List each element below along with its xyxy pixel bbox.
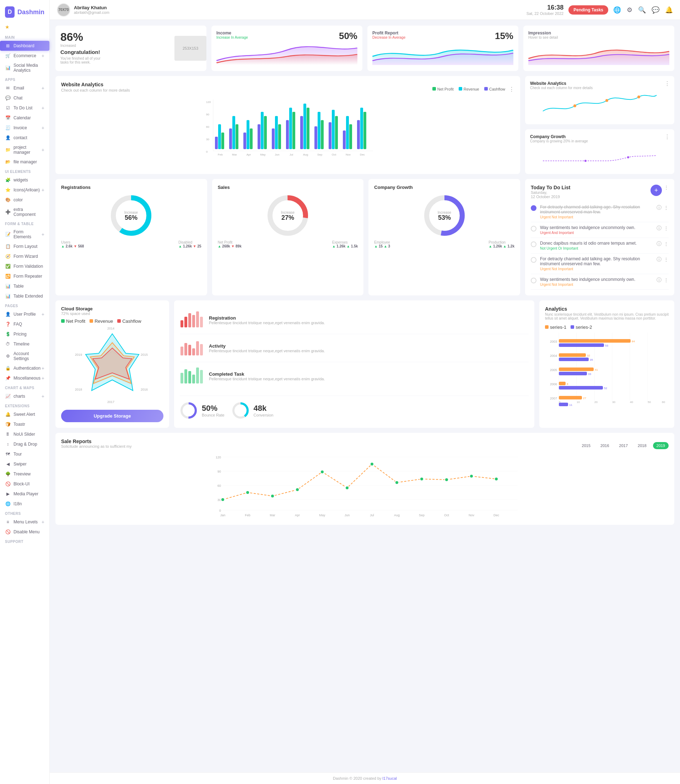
small-analytics-more-icon[interactable]: ⋮: [664, 80, 670, 87]
sidebar-item-form-repeater[interactable]: 🔁 Form Repeater: [0, 271, 49, 281]
sidebar-item-timeline[interactable]: ⏱ Timeline: [0, 339, 49, 349]
sidebar-item-extra-component[interactable]: ➕ extra Component: [0, 205, 49, 219]
sidebar-plus-icon[interactable]: +: [42, 187, 44, 193]
chat-icon[interactable]: 💬: [652, 6, 660, 14]
sidebar-item-swiper[interactable]: ◀ Swiper: [0, 459, 49, 469]
footer-link[interactable]: l17sucal: [382, 776, 397, 781]
sidebar-item-calendar[interactable]: 📅 Calendar: [0, 113, 49, 123]
sidebar: D Dashmin ★ Main⊞ Dashboard 🛒 Ecommerce …: [0, 0, 50, 784]
todo-more-icon[interactable]: ⋮: [664, 257, 669, 262]
sidebar-item-miscellaneous[interactable]: 📌 Miscellaneous +: [0, 373, 49, 383]
sidebar-item-table[interactable]: 📊 Table: [0, 281, 49, 291]
todo-checkbox[interactable]: [531, 278, 537, 283]
sidebar-item-file-manager[interactable]: 📂 file manager: [0, 157, 49, 167]
todo-more-icon[interactable]: ⋮: [664, 185, 669, 190]
todo-checkbox[interactable]: [531, 242, 537, 247]
year-tab-2018[interactable]: 2018: [634, 442, 650, 449]
sidebar-item-social-media-analytics[interactable]: 📊 Social Media Analytics: [0, 61, 49, 75]
sidebar-item-chat[interactable]: 💬 Chat: [0, 93, 49, 103]
pending-tasks-button[interactable]: Pending Tasks: [568, 5, 608, 14]
company-growth-more-icon[interactable]: ⋮: [664, 134, 670, 140]
sidebar-item-form-elements[interactable]: 📝 Form Elements +: [0, 227, 49, 242]
sidebar-item-drag-&-drop[interactable]: ↕ Drag & Drop: [0, 439, 49, 449]
bell-icon[interactable]: 🔔: [665, 6, 673, 14]
todo-checkbox[interactable]: [531, 226, 537, 231]
sidebar-item-invoice[interactable]: 🧾 Invoice +: [0, 123, 49, 133]
sidebar-item-media-player[interactable]: ▶ Media Player: [0, 489, 49, 499]
sidebar-plus-icon[interactable]: +: [42, 519, 44, 525]
congrat-sub: You've finished all of your tasks for th…: [60, 57, 103, 64]
sidebar-item-icons(ariloan)[interactable]: ⭐ Icons(Ariloan) +: [0, 185, 49, 195]
sidebar-item-color[interactable]: 🎨 color: [0, 195, 49, 205]
sidebar-item-ecommerce[interactable]: 🛒 Ecommerce +: [0, 51, 49, 61]
sidebar-item-form-layout[interactable]: 📋 Form Layout: [0, 242, 49, 251]
todo-info-icon[interactable]: ⓘ: [656, 277, 661, 283]
sidebar-item-widgets[interactable]: 🧩 widgets: [0, 175, 49, 185]
sidebar-item-noui-slider[interactable]: 🎚 NoUi Slider: [0, 429, 49, 439]
sidebar-item-contact[interactable]: 👤 contact: [0, 133, 49, 143]
sidebar-item-block-ui[interactable]: 🚫 Block-UI: [0, 479, 49, 489]
sidebar-plus-icon[interactable]: +: [42, 85, 44, 91]
sidebar-item-i18n[interactable]: 🌐 I18n: [0, 499, 49, 509]
settings-icon[interactable]: ⚙: [627, 6, 633, 14]
sidebar-plus-icon[interactable]: +: [42, 231, 44, 237]
sidebar-plus-icon[interactable]: +: [42, 393, 44, 399]
sidebar-plus-icon[interactable]: +: [42, 125, 44, 130]
analytics-more-icon[interactable]: ⋮: [509, 86, 515, 93]
upgrade-storage-button[interactable]: Upgrade Storage: [61, 410, 164, 422]
sidebar-item-authentication[interactable]: 🔒 Authentication +: [0, 363, 49, 373]
sidebar-item-user-profile[interactable]: 👤 User Profile +: [0, 309, 49, 319]
completed-item-sub: Pellentesque tincidunt tristique neque,e…: [209, 377, 529, 381]
sidebar-plus-icon[interactable]: +: [42, 376, 44, 381]
todo-info-icon[interactable]: ⓘ: [656, 241, 661, 247]
svg-rect-18: [264, 116, 267, 149]
todo-more-icon[interactable]: ⋮: [664, 205, 669, 211]
sidebar-icon: 🔁: [5, 273, 11, 279]
sidebar-item-menu-levels[interactable]: ≡ Menu Levels +: [0, 517, 49, 527]
todo-more-icon[interactable]: ⋮: [664, 277, 669, 283]
comp-growth-donut-wrap: Increase 53%: [374, 194, 515, 237]
todo-info-icon[interactable]: ⓘ: [656, 256, 661, 263]
year-tab-2016[interactable]: 2016: [597, 442, 612, 449]
year-tab-2015[interactable]: 2015: [578, 442, 594, 449]
year-tab-2017[interactable]: 2017: [616, 442, 631, 449]
svg-rect-9: [221, 132, 224, 149]
todo-more-icon[interactable]: ⋮: [664, 225, 669, 231]
sidebar-item-label: Table: [14, 284, 24, 289]
sidebar-item-form-validation[interactable]: ✅ Form Validation: [0, 261, 49, 271]
search-icon[interactable]: 🔍: [638, 6, 646, 14]
sidebar-icon: 🌳: [5, 471, 11, 477]
cloud-star-chart: 2014 2019 2015 2018 2016 2017: [73, 327, 151, 405]
todo-info-icon[interactable]: ⓘ: [656, 225, 661, 231]
sidebar-item-sweet-alert[interactable]: 🔔 Sweet Alert: [0, 409, 49, 419]
sidebar-item-tour[interactable]: 🗺 Tour: [0, 449, 49, 459]
todo-checkbox[interactable]: [531, 205, 537, 211]
sidebar-item-to-do-list[interactable]: ☑ To Do List +: [0, 103, 49, 113]
add-todo-button[interactable]: +: [650, 185, 662, 196]
todo-info-icon[interactable]: ⓘ: [656, 204, 661, 211]
sidebar-item-pricing[interactable]: 💲 Pricing: [0, 329, 49, 339]
svg-rect-34: [343, 130, 346, 149]
sidebar-item-account-settings[interactable]: ⚙ Account Settings: [0, 349, 49, 363]
sidebar-plus-icon[interactable]: +: [42, 105, 44, 111]
sidebar-item-disable-menu[interactable]: 🚫 Disable Menu: [0, 527, 49, 537]
sidebar-item-charts[interactable]: 📈 charts +: [0, 391, 49, 401]
registrations-svg: Increase 56%: [110, 194, 153, 237]
sidebar-plus-icon[interactable]: +: [42, 311, 44, 317]
globe-icon[interactable]: 🌐: [613, 6, 621, 14]
sidebar-item-project-manager[interactable]: 📁 project manager +: [0, 143, 49, 157]
sidebar-item-faq[interactable]: ❓ FAQ: [0, 319, 49, 329]
sidebar-item-toastr[interactable]: 🍞 Toastr: [0, 419, 49, 429]
sidebar-item-treeview[interactable]: 🌳 Treeview: [0, 469, 49, 479]
sidebar-item-label: widgets: [14, 178, 28, 182]
sidebar-item-form-wizard[interactable]: 🧭 Form Wizard: [0, 251, 49, 261]
sidebar-item-dashboard[interactable]: ⊞ Dashboard: [0, 41, 49, 51]
sidebar-plus-icon[interactable]: +: [42, 147, 44, 153]
todo-more-icon[interactable]: ⋮: [664, 241, 669, 247]
todo-checkbox[interactable]: [531, 257, 537, 263]
sidebar-item-email[interactable]: ✉ Email +: [0, 83, 49, 93]
year-tab-2019[interactable]: 2019: [653, 442, 669, 449]
sidebar-item-table-extended[interactable]: 📊 Table Extended: [0, 291, 49, 301]
sidebar-plus-icon[interactable]: +: [42, 53, 44, 58]
sidebar-plus-icon[interactable]: +: [42, 365, 44, 371]
